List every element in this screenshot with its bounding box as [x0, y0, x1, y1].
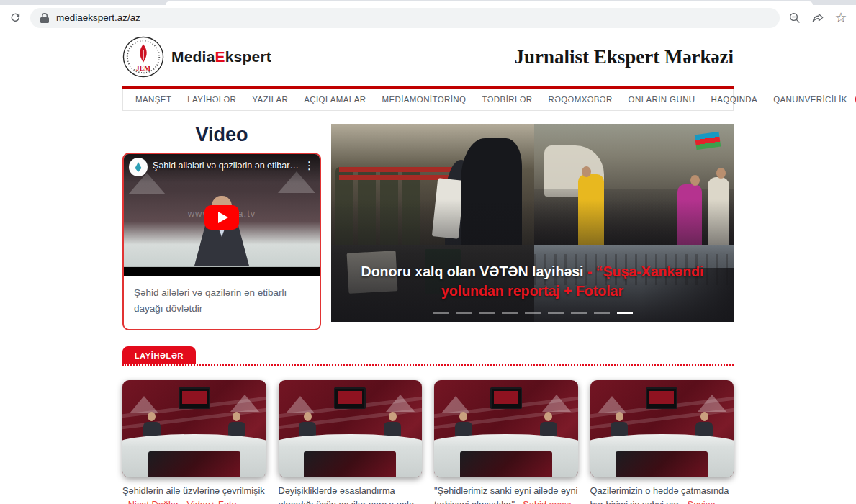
card-caption: Qazilərimizin o həddə çatmasında hər bir…	[590, 484, 734, 504]
play-icon	[218, 212, 228, 223]
channel-logo-icon	[135, 162, 142, 172]
carousel-dot-6[interactable]	[548, 312, 564, 314]
site-container: JEM MediaEkspert Jurnalist Ekspert Mərkə…	[122, 30, 734, 504]
browser-tab-strip	[0, 0, 856, 5]
youtube-player[interactable]: Şəhid ailələri və qazilərin ən etibarl..…	[124, 154, 320, 276]
carousel-dot-2[interactable]	[456, 312, 472, 314]
svg-text:JEM: JEM	[136, 64, 150, 72]
video-section-title: Video	[122, 124, 321, 146]
site-title[interactable]: MediaEkspert	[171, 48, 271, 66]
azerbaijan-flag	[694, 132, 721, 150]
nav-item-aciqlamalar[interactable]: AÇIQLAMALAR	[296, 95, 374, 104]
studio-thumbnail-image[interactable]	[590, 380, 734, 477]
projects-section-header: LAYİHƏLƏR	[122, 346, 734, 366]
carousel-dot-4[interactable]	[502, 312, 518, 314]
more-options-icon[interactable]: ⋮	[304, 159, 315, 172]
nav-item-reqemxeber[interactable]: RƏQƏMXƏBƏR	[541, 95, 621, 104]
carousel-dot-1[interactable]	[433, 312, 449, 314]
card-title[interactable]: Dəyişikliklərdə əsaslandırma olmadığı üç…	[279, 485, 420, 504]
nav-item-yazilar[interactable]: YAZILAR	[244, 95, 296, 104]
project-card: Dəyişikliklərdə əsaslandırma olmadığı üç…	[279, 380, 423, 504]
carousel-dot-3[interactable]	[479, 312, 495, 314]
youtube-video-title[interactable]: Şəhid ailələri və qazilərin ən etibarl..…	[153, 161, 299, 171]
nav-item-onlarin-gunu[interactable]: ONLARIN GÜNÜ	[621, 95, 703, 104]
url-bar[interactable]: mediaekspert.az/az	[30, 8, 780, 28]
hero-carousel[interactable]: Donoru xalq olan VƏTƏN layihəsi - “Şuşa-…	[331, 124, 734, 322]
site-header: JEM MediaEkspert Jurnalist Ekspert Mərkə…	[122, 30, 734, 79]
share-icon[interactable]	[810, 10, 826, 26]
nav-item-manset[interactable]: MANŞET	[127, 95, 179, 104]
nav-item-haqqinda[interactable]: HAQQINDA	[703, 95, 766, 104]
project-card: "Şəhidlərimiz sanki eyni ailədə eyni tər…	[434, 380, 578, 504]
project-cards: Şəhidlərin ailə üzvlərinə çevrilmişik - …	[122, 380, 734, 504]
studio-thumbnail-image[interactable]	[122, 380, 266, 477]
nav-item-layiheler[interactable]: LAYİHƏLƏR	[179, 95, 244, 104]
zoom-out-icon[interactable]	[787, 10, 803, 26]
reload-icon[interactable]	[7, 10, 23, 26]
carousel-dot-7[interactable]	[571, 312, 587, 314]
video-column: Video Şəhid ailələri və qazilərin ən eti…	[122, 124, 321, 330]
lock-icon	[40, 13, 49, 23]
carousel-indicators	[331, 312, 734, 314]
carousel-headline[interactable]: Donoru xalq olan VƏTƏN layihəsi - “Şuşa-…	[331, 262, 734, 300]
site-tagline: Jurnalist Ekspert Mərkəzi	[515, 46, 734, 68]
main-nav: MANŞET LAYİHƏLƏR YAZILAR AÇIQLAMALAR MED…	[122, 89, 734, 111]
projects-badge[interactable]: LAYİHƏLƏR	[122, 346, 196, 364]
card-caption: "Şəhidlərimiz sanki eyni ailədə eyni tər…	[434, 484, 578, 504]
carousel-dot-9-active[interactable]	[617, 312, 633, 314]
card-caption: Şəhidlərin ailə üzvlərinə çevrilmişik - …	[122, 484, 266, 504]
main-content: Video Şəhid ailələri və qazilərin ən eti…	[122, 124, 734, 330]
bookmark-star-icon[interactable]: ☆	[833, 10, 849, 26]
nav-item-qanunvericilik[interactable]: QANUNVERİCİLİK	[765, 95, 855, 104]
carousel-dot-8[interactable]	[594, 312, 610, 314]
project-card: Şəhidlərin ailə üzvlərinə çevrilmişik - …	[122, 380, 266, 504]
play-button[interactable]	[204, 205, 239, 230]
carousel-overlay	[331, 199, 734, 323]
browser-toolbar: mediaekspert.az/az ☆	[0, 5, 856, 30]
channel-avatar[interactable]	[129, 158, 148, 176]
jem-logo[interactable]: JEM	[122, 36, 164, 78]
card-caption: Dəyişikliklərdə əsaslandırma olmadığı üç…	[279, 484, 423, 504]
youtube-top-bar: Şəhid ailələri və qazilərin ən etibarl..…	[124, 154, 320, 183]
url-text: mediaekspert.az/az	[56, 12, 140, 23]
browser-chrome: mediaekspert.az/az ☆	[0, 0, 856, 30]
carousel-dot-5[interactable]	[525, 312, 541, 314]
nav-item-tedbirler[interactable]: TƏDBİRLƏR	[474, 95, 540, 104]
card-link[interactable]: - Nicat Dağlar - Video+ Foto	[122, 499, 237, 504]
barrier	[339, 167, 465, 172]
studio-thumbnail-image[interactable]	[434, 380, 578, 477]
video-caption[interactable]: Şəhid ailələri və qazilərin ən etibarlı …	[124, 276, 320, 329]
video-card: Şəhid ailələri və qazilərin ən etibarl..…	[122, 153, 321, 330]
nav-item-mediamonitorinq[interactable]: MEDİAMONİTORİNQ	[374, 95, 474, 104]
card-title[interactable]: Şəhidlərin ailə üzvlərinə çevrilmişik	[122, 485, 265, 496]
studio-thumbnail-image[interactable]	[279, 380, 423, 477]
project-card: Qazilərimizin o həddə çatmasında hər bir…	[590, 380, 734, 504]
active-tab[interactable]	[166, 1, 813, 5]
